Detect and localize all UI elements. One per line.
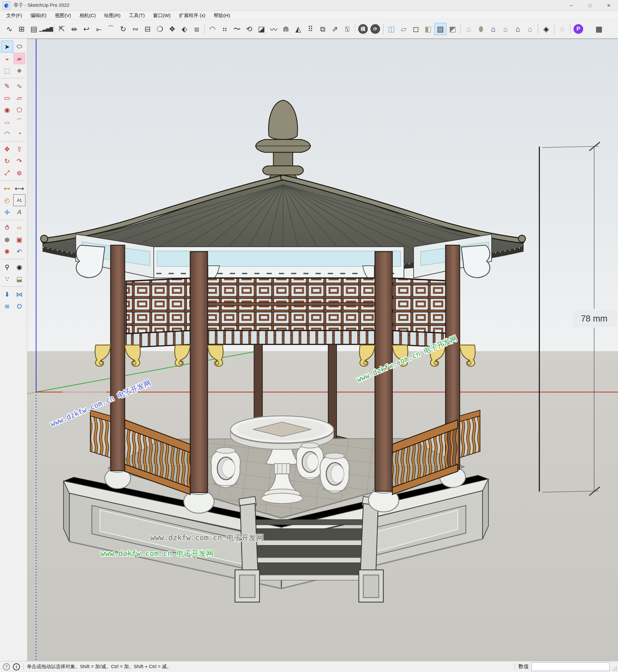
dimension-tool[interactable]: ⟷ — [13, 182, 25, 194]
extension-import-tool[interactable]: ⬇ — [1, 288, 13, 300]
stairs-tool-icon[interactable]: ▤ — [28, 23, 40, 35]
component-cylinder-icon[interactable]: ⬮ — [475, 23, 487, 35]
broom-clean-icon[interactable]: ⍂ — [341, 23, 353, 35]
bezier-curve-icon[interactable]: ⌒ — [105, 23, 117, 35]
measurement-input[interactable] — [531, 662, 610, 671]
spiral-tool-icon[interactable]: ⟲ — [243, 23, 255, 35]
viewport[interactable]: 78 mm www.dzkfw.com.cn 电子开发网 www.dzkfw.c… — [27, 39, 618, 661]
vector-pen-icon[interactable]: ❍ — [154, 23, 166, 35]
move-tool[interactable]: ✥ — [1, 143, 13, 155]
loop-curve-icon[interactable]: ↻ — [117, 23, 129, 35]
line-tool[interactable]: ✎ — [1, 80, 13, 92]
look-around-tool[interactable]: ◉ — [13, 261, 25, 273]
scale-tool[interactable]: ⤢ — [1, 167, 13, 179]
monochrome-style-icon[interactable]: ◩ — [446, 23, 459, 35]
resize-grip[interactable] — [613, 667, 617, 671]
position-camera-tool[interactable]: ⚲ — [1, 261, 13, 273]
curvizard-icon[interactable]: ∾ — [129, 23, 141, 35]
bead-chain-icon[interactable]: ⠶ — [219, 23, 231, 35]
shaded-style-icon[interactable]: ◧ — [422, 23, 434, 35]
drum-stool-center[interactable] — [296, 443, 323, 480]
menu-draw[interactable]: 绘图(R) — [100, 11, 125, 20]
house-flat-icon[interactable]: ⌂ — [524, 23, 536, 35]
menu-camera[interactable]: 相机(C) — [75, 11, 100, 20]
house-solid-icon[interactable]: ⌂ — [487, 23, 499, 35]
tape-measure-tool[interactable]: ⊷ — [1, 182, 13, 194]
textured-style-icon[interactable]: ▨ — [434, 23, 446, 35]
protractor-tool[interactable]: ◴ — [1, 194, 13, 206]
zoom-window-tool[interactable]: ▣ — [13, 234, 25, 246]
p-plugin-badge-icon[interactable]: P — [574, 24, 583, 34]
drum-stool-left[interactable] — [211, 447, 240, 488]
histogram-tool-icon[interactable]: ▁▃▅▇ — [40, 23, 52, 35]
menu-extensions[interactable]: 扩展程序 (x) — [175, 11, 210, 20]
arc-tool[interactable]: ⌒ — [13, 116, 25, 128]
tag-tool[interactable]: ⬥ — [13, 64, 25, 76]
diamond-array-icon[interactable]: ❖ — [166, 23, 178, 35]
orbit-tool[interactable]: ⥀ — [1, 222, 13, 234]
freehand-tool[interactable]: ∿ — [13, 80, 25, 92]
instructor-info-icon[interactable]: i — [13, 663, 20, 670]
joint-pushpull-icon[interactable]: ⊟ — [141, 23, 154, 35]
soften-edges-icon[interactable]: ◌ — [556, 23, 569, 35]
polygon-tool[interactable]: ⬠ — [13, 104, 25, 116]
curve-anchor-icon[interactable]: ⤜ — [93, 23, 105, 35]
extension-flip-tool[interactable]: ⋈ — [13, 288, 25, 300]
house-chimney-icon[interactable]: ⌂ — [499, 23, 512, 35]
circle-tool[interactable]: ◉ — [1, 104, 13, 116]
mirror-tool-icon[interactable]: ◭ — [292, 23, 304, 35]
curve-sketch-icon[interactable]: 〜 — [231, 23, 243, 35]
pan-tool[interactable]: ⬄ — [13, 222, 25, 234]
drum-stool-right[interactable] — [320, 453, 349, 493]
viewport-canvas[interactable]: 78 mm www.dzkfw.com.cn 电子开发网 www.dzkfw.c… — [27, 39, 618, 661]
round-corner-icon[interactable]: ◠ — [206, 23, 219, 35]
pie-tool[interactable]: ◔ — [13, 128, 25, 139]
rotate-tool[interactable]: ↻ — [1, 155, 13, 167]
menu-view[interactable]: 视图(V) — [50, 11, 75, 20]
eraser-tool[interactable]: ▰ — [13, 52, 25, 64]
mo-badge-icon[interactable]: 模 — [358, 24, 368, 34]
spacing-tool-icon[interactable]: ⇹ — [68, 23, 80, 35]
half-plane-icon[interactable]: ◪ — [255, 23, 268, 35]
textured-house-icon[interactable]: ⌂ — [462, 23, 475, 35]
pipe-tool-icon[interactable]: ⋒ — [280, 23, 292, 35]
lasso-tool[interactable]: ⬭ — [13, 40, 25, 52]
house-outline-icon[interactable]: ⌂ — [512, 23, 524, 35]
dimension-label[interactable]: 78 mm — [581, 314, 608, 323]
select-tool[interactable]: ➤ — [1, 40, 13, 52]
wireframe-style-icon[interactable]: ▱ — [398, 23, 410, 35]
section-plane-tool[interactable]: ⬓ — [13, 273, 25, 285]
curviloft-icon[interactable]: ∿ — [3, 23, 15, 35]
make-component-tool[interactable]: ⬚ — [1, 64, 13, 76]
menu-window[interactable]: 窗口(W) — [149, 11, 175, 20]
diamond-move-icon[interactable]: ⬖ — [178, 23, 191, 35]
menu-tools[interactable]: 工具(T) — [125, 11, 149, 20]
minimize-button[interactable]: ─ — [562, 0, 581, 11]
grid-panel-icon[interactable]: ▦ — [593, 23, 605, 35]
default-tray-icon[interactable]: ⊞ — [15, 23, 28, 35]
layer-copy-icon[interactable]: ⧉ — [317, 23, 329, 35]
3d-text-tool[interactable]: A — [13, 206, 25, 218]
menu-edit[interactable]: 编辑(E) — [26, 11, 50, 20]
north-arrow-icon[interactable]: ⇗ — [329, 23, 341, 35]
rectangle-tool[interactable]: ▭ — [1, 92, 13, 104]
offset-tool[interactable]: ⊚ — [13, 167, 25, 179]
geolocation-icon[interactable]: ? — [3, 663, 10, 670]
axes-tool[interactable]: ✢ — [1, 206, 13, 218]
xray-style-icon[interactable]: ◫ — [385, 23, 398, 35]
push-pull-tool[interactable]: ⇧ — [13, 143, 25, 155]
maximize-button[interactable]: □ — [581, 0, 599, 11]
lattice-band[interactable] — [126, 278, 456, 348]
menu-help[interactable]: 帮助(H) — [210, 11, 234, 20]
three-point-arc-tool[interactable]: ◠ — [1, 128, 13, 139]
walk-tool[interactable]: ∵ — [1, 273, 13, 285]
rotate-badge-icon[interactable]: ⟳ — [371, 24, 380, 34]
follow-me-tool[interactable]: ↷ — [13, 155, 25, 167]
dot-grid-icon[interactable]: ⠿ — [304, 23, 317, 35]
rotated-rectangle-tool[interactable]: ▱ — [13, 92, 25, 104]
fredo-scale-icon[interactable]: ⇱ — [56, 23, 68, 35]
previous-view-tool[interactable]: ↶ — [13, 246, 25, 257]
extension-layers-tool[interactable]: ≋ — [1, 300, 13, 312]
two-point-arc-tool[interactable]: ⌓ — [1, 116, 13, 128]
hiddenline-style-icon[interactable]: ◻ — [410, 23, 422, 35]
